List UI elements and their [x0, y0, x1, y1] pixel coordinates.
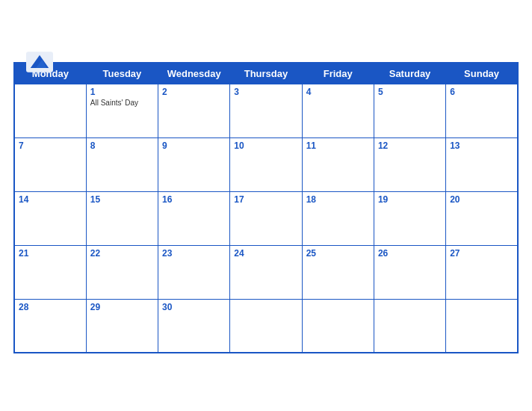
- calendar-day-cell: [446, 299, 518, 353]
- calendar-thead: MondayTuesdayWednesdayThursdayFridaySatu…: [14, 63, 518, 84]
- calendar-day-cell: 7: [14, 137, 86, 191]
- calendar-week-row: 21222324252627: [14, 245, 518, 299]
- day-number: 5: [378, 87, 442, 97]
- weekday-header-saturday: Saturday: [374, 63, 445, 84]
- calendar-day-cell: 13: [446, 137, 518, 191]
- day-number: 27: [450, 248, 513, 259]
- calendar-day-cell: 4: [302, 84, 374, 137]
- calendar-day-cell: 3: [230, 84, 302, 137]
- calendar-day-cell: 1All Saints' Day: [86, 84, 158, 137]
- calendar-day-cell: 27: [446, 245, 518, 299]
- generalblue-logo-icon: [26, 52, 53, 72]
- calendar-day-cell: 8: [86, 137, 158, 191]
- day-number: 24: [234, 248, 297, 259]
- calendar-day-cell: 26: [374, 245, 445, 299]
- day-number: 12: [378, 140, 442, 151]
- calendar-day-cell: 9: [158, 137, 230, 191]
- day-number: 17: [234, 194, 297, 205]
- day-number: 28: [19, 302, 82, 312]
- calendar-day-cell: 23: [158, 245, 230, 299]
- calendar-tbody: 1All Saints' Day234567891011121314151617…: [14, 84, 518, 353]
- calendar-day-cell: 25: [302, 245, 374, 299]
- day-number: 25: [306, 248, 370, 259]
- calendar-day-cell: 24: [230, 245, 302, 299]
- day-number: 30: [162, 302, 226, 312]
- day-number: 20: [450, 194, 513, 205]
- day-number: 1: [90, 87, 154, 97]
- weekday-header-friday: Friday: [302, 63, 374, 84]
- calendar-day-cell: 14: [14, 191, 86, 245]
- day-number: 26: [378, 248, 442, 259]
- day-number: 4: [306, 87, 370, 97]
- day-number: 23: [162, 248, 226, 259]
- calendar-header: [13, 52, 519, 56]
- calendar-day-cell: 10: [230, 137, 302, 191]
- logo-area: [13, 52, 66, 73]
- day-number: 2: [162, 87, 226, 97]
- calendar-day-cell: 22: [86, 245, 158, 299]
- calendar-day-cell: [230, 299, 302, 353]
- day-number: 11: [306, 140, 370, 151]
- calendar-day-cell: 15: [86, 191, 158, 245]
- day-number: 22: [90, 248, 154, 259]
- calendar-day-cell: 16: [158, 191, 230, 245]
- calendar-day-cell: 28: [14, 299, 86, 353]
- day-number: 16: [162, 194, 226, 205]
- weekday-header-row: MondayTuesdayWednesdayThursdayFridaySatu…: [14, 63, 518, 84]
- calendar-day-cell: 19: [374, 191, 445, 245]
- day-event: All Saints' Day: [90, 99, 154, 107]
- calendar-week-row: 14151617181920: [14, 191, 518, 245]
- weekday-header-thursday: Thursday: [230, 63, 302, 84]
- day-number: 9: [162, 140, 226, 151]
- day-number: 15: [90, 194, 154, 205]
- calendar-day-cell: 11: [302, 137, 374, 191]
- day-number: 21: [19, 248, 82, 259]
- calendar-day-cell: 5: [374, 84, 445, 137]
- calendar-day-cell: 2: [158, 84, 230, 137]
- calendar-day-cell: 21: [14, 245, 86, 299]
- calendar-day-cell: [374, 299, 445, 353]
- calendar-day-cell: 20: [446, 191, 518, 245]
- day-number: 29: [90, 302, 154, 312]
- calendar-day-cell: [14, 84, 86, 137]
- calendar-wrapper: MondayTuesdayWednesdayThursdayFridaySatu…: [0, 44, 532, 368]
- day-number: 19: [378, 194, 442, 205]
- day-number: 13: [450, 140, 513, 151]
- calendar-day-cell: 29: [86, 299, 158, 353]
- weekday-header-tuesday: Tuesday: [86, 63, 158, 84]
- day-number: 3: [234, 87, 297, 97]
- day-number: 14: [19, 194, 82, 205]
- calendar-day-cell: 6: [446, 84, 518, 137]
- day-number: 10: [234, 140, 297, 151]
- calendar-week-row: 1All Saints' Day23456: [14, 84, 518, 137]
- calendar-day-cell: 30: [158, 299, 230, 353]
- calendar-week-row: 282930: [14, 299, 518, 353]
- calendar-table: MondayTuesdayWednesdayThursdayFridaySatu…: [13, 62, 519, 354]
- calendar-day-cell: 12: [374, 137, 445, 191]
- day-number: 7: [19, 140, 82, 151]
- calendar-week-row: 78910111213: [14, 137, 518, 191]
- calendar-day-cell: 17: [230, 191, 302, 245]
- calendar-day-cell: [302, 299, 374, 353]
- day-number: 8: [90, 140, 154, 151]
- day-number: 18: [306, 194, 370, 205]
- day-number: 6: [450, 87, 513, 97]
- weekday-header-wednesday: Wednesday: [158, 63, 230, 84]
- weekday-header-sunday: Sunday: [446, 63, 518, 84]
- calendar-day-cell: 18: [302, 191, 374, 245]
